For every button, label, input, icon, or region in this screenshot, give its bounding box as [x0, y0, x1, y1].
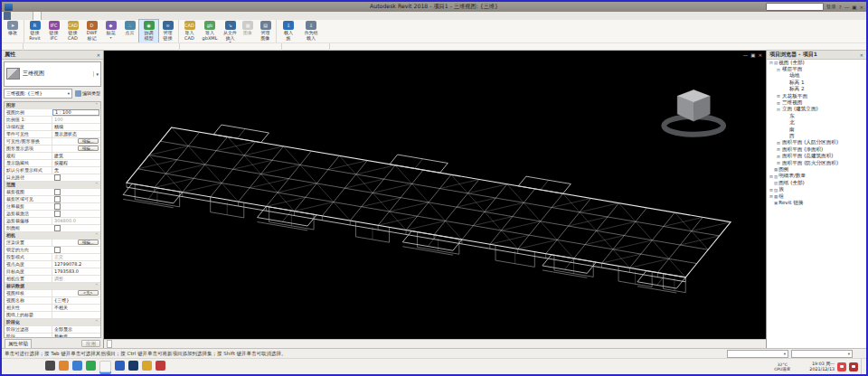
- ribbon-button[interactable]: ◆ 贴花 ▾: [101, 20, 120, 42]
- apply-button[interactable]: 应用: [81, 340, 100, 347]
- property-checkbox[interactable]: [54, 189, 61, 195]
- property-checkbox[interactable]: [54, 203, 61, 210]
- ribbon-button[interactable]: ⇩ 载入 族: [278, 20, 299, 42]
- property-edit-button[interactable]: <无>: [78, 290, 99, 296]
- ribbon-button[interactable]: [276, 20, 277, 42]
- property-value[interactable]: 按规程: [52, 160, 100, 166]
- close-button[interactable]: ×: [859, 5, 863, 10]
- minimize-button[interactable]: —: [844, 5, 850, 10]
- ribbon-tab[interactable]: [78, 12, 85, 20]
- ribbon-button[interactable]: ◉ 协调 模型: [139, 20, 158, 42]
- property-checkbox[interactable]: [54, 211, 61, 217]
- restore-button[interactable]: ▣: [852, 5, 856, 10]
- tree-twisty-icon[interactable]: ⊞: [776, 94, 781, 99]
- taskbar-app-icon[interactable]: [128, 361, 138, 371]
- property-edit-button[interactable]: 编辑...: [78, 138, 99, 144]
- property-value[interactable]: 不相关: [52, 305, 100, 311]
- tree-item[interactable]: 场地: [767, 73, 866, 80]
- ribbon-button[interactable]: [24, 20, 24, 42]
- tree-twisty-icon[interactable]: ⊞: [776, 141, 781, 146]
- ribbon-tab[interactable]: [92, 12, 99, 20]
- ribbon-tab[interactable]: [121, 12, 128, 20]
- ribbon-tab[interactable]: [143, 12, 150, 20]
- show-desktop-button[interactable]: [861, 359, 864, 374]
- property-value[interactable]: 精细: [52, 124, 100, 130]
- tree-twisty-icon[interactable]: ⊟: [776, 68, 781, 72]
- ribbon-tab[interactable]: [63, 12, 71, 20]
- taskbar-app-icon[interactable]: [115, 361, 125, 371]
- view-minimize-icon[interactable]: —: [743, 52, 749, 58]
- view-cube[interactable]: [662, 85, 725, 135]
- ribbon-button[interactable]: ∴ 点云: [120, 20, 139, 42]
- ribbon-button[interactable]: gb 导入 gbXML: [199, 20, 221, 42]
- ribbon-tab[interactable]: [18, 12, 25, 20]
- close-icon[interactable]: ✕: [860, 52, 863, 58]
- property-value[interactable]: 无: [52, 167, 100, 174]
- taskbar-app-icon[interactable]: [156, 361, 165, 371]
- property-value[interactable]: 100: [52, 117, 100, 123]
- tree-twisty-icon[interactable]: ⊞: [776, 101, 781, 106]
- taskbar-app-icon[interactable]: [142, 361, 152, 371]
- property-edit-button[interactable]: 编辑...: [78, 146, 99, 151]
- ribbon-tab[interactable]: [71, 12, 78, 20]
- property-checkbox[interactable]: [54, 174, 61, 181]
- view-restore-icon[interactable]: ▣: [750, 52, 755, 58]
- ribbon-button[interactable]: ⇩ 作为组 载入: [299, 20, 323, 42]
- ribbon-panel-caption[interactable]: [180, 43, 282, 51]
- property-checkbox[interactable]: [54, 196, 61, 202]
- tree-item[interactable]: 南: [767, 127, 866, 133]
- property-value[interactable]: 正交: [52, 254, 100, 260]
- taskbar-app-icon[interactable]: [86, 361, 96, 371]
- qat-icon[interactable]: [5, 4, 13, 11]
- property-value[interactable]: 调整: [52, 276, 100, 282]
- ribbon-button[interactable]: [178, 20, 179, 42]
- ribbon-tab[interactable]: [107, 12, 114, 20]
- ribbon-button[interactable]: CAD 链接 CAD: [63, 20, 82, 42]
- tree-twisty-icon[interactable]: ⊞: [776, 161, 781, 165]
- help-icon[interactable]: ?: [839, 5, 842, 10]
- property-checkbox[interactable]: [54, 247, 61, 253]
- taskbar-app-icon[interactable]: [59, 361, 69, 371]
- property-value[interactable]: [52, 146, 76, 152]
- ribbon-panel-caption[interactable]: [2, 43, 24, 51]
- tree-item[interactable]: ⊟ 楼层平面: [767, 66, 866, 72]
- property-value[interactable]: [52, 240, 76, 246]
- property-value[interactable]: {三维}: [52, 297, 100, 304]
- ribbon-tab[interactable]: [99, 12, 107, 20]
- ribbon-tab[interactable]: [56, 12, 63, 20]
- ribbon-button[interactable]: ➤ 修改: [3, 20, 23, 42]
- search-input[interactable]: [766, 3, 824, 11]
- ribbon-button[interactable]: R 链接 Revit: [25, 20, 44, 42]
- sign-in-button[interactable]: 登录: [826, 4, 836, 10]
- ribbon-tab[interactable]: [11, 12, 18, 20]
- ribbon-button[interactable]: ▤ 管理 图像: [256, 20, 275, 42]
- ribbon-tab[interactable]: [25, 12, 33, 20]
- property-value[interactable]: 1793583.0: [52, 268, 100, 275]
- property-value[interactable]: 全部显示: [52, 326, 100, 333]
- ribbon-tab[interactable]: [150, 12, 157, 20]
- tree-item[interactable]: ⊟ 立面 (建筑立面): [767, 107, 866, 113]
- edit-type-button[interactable]: 编辑类型: [74, 89, 101, 98]
- property-value[interactable]: 304800.0: [52, 218, 100, 224]
- view-close-icon[interactable]: ×: [758, 52, 762, 58]
- property-value[interactable]: [52, 138, 76, 145]
- tree-item[interactable]: ▣ Revit 链接: [767, 200, 866, 206]
- property-value[interactable]: 1 : 100: [52, 109, 99, 116]
- 3d-canvas[interactable]: — ▣ ×: [104, 51, 766, 339]
- ribbon-tab[interactable]: [4, 12, 11, 20]
- ribbon-button[interactable]: D DWF 标记: [82, 20, 101, 42]
- design-options-selector[interactable]: ▾: [791, 350, 853, 358]
- tree-twisty-icon[interactable]: ⊟: [776, 108, 781, 112]
- ribbon-button[interactable]: CAD 导入 CAD: [180, 20, 199, 42]
- cpu-temp-widget[interactable]: 32°CCPU温度: [774, 362, 790, 371]
- ribbon-tab[interactable]: [49, 12, 56, 20]
- ribbon-tab[interactable]: [42, 12, 49, 20]
- close-icon[interactable]: ✕: [97, 52, 100, 58]
- property-value[interactable]: [52, 290, 76, 296]
- view-instance-selector[interactable]: 三维视图: {三维} ▾: [4, 89, 72, 99]
- tree-twisty-icon[interactable]: ⊞: [776, 155, 781, 159]
- ribbon-tab[interactable]: [114, 12, 121, 20]
- ribbon-tab[interactable]: [128, 12, 136, 20]
- taskbar-app-icon[interactable]: [45, 361, 55, 371]
- tree-item[interactable]: 标高 1: [767, 80, 866, 86]
